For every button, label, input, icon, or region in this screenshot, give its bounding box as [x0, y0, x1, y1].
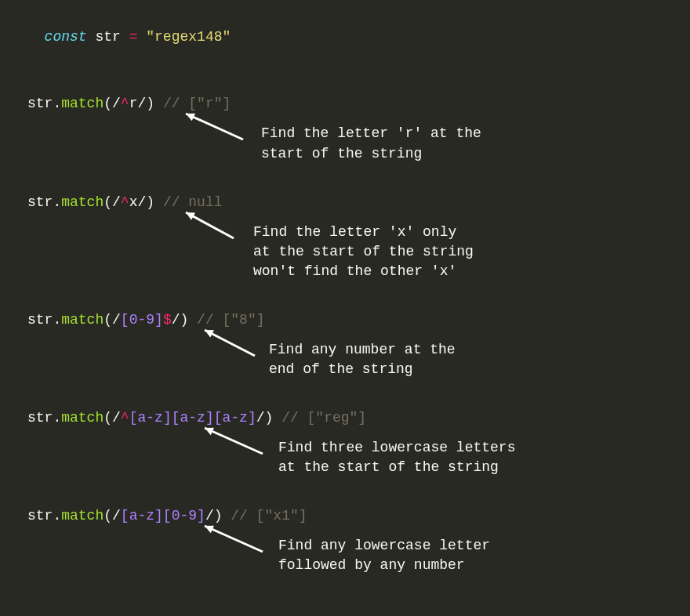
result-comment: // ["x1"] — [223, 508, 307, 524]
method-name: match — [61, 508, 104, 524]
example-block: str.match(/[0-9]$/) // ["8"]Find any num… — [27, 310, 663, 393]
paren-open: ( — [104, 96, 112, 111]
const-declaration: const str = "regex148" — [27, 8, 663, 47]
paren-open: ( — [104, 312, 112, 328]
obj-prefix: str. — [27, 410, 61, 426]
code-line: str.match(/^[a-z][a-z][a-z]/) // ["reg"] — [27, 408, 663, 428]
example-block: str.match(/^r/) // ["r"]Find the letter … — [27, 94, 663, 176]
regex-close: / — [137, 194, 146, 210]
annotation-text: Find the letter 'r' at the start of the … — [261, 124, 481, 163]
example-block: str.match(/^x/) // nullFind the letter '… — [27, 193, 663, 295]
example-block: str.match(/[a-z][0-9]/) // ["x1"]Find an… — [27, 506, 663, 589]
code-line: str.match(/[a-z][0-9]/) // ["x1"] — [27, 506, 663, 526]
regex-char-class: [a-z][a-z][a-z] — [129, 410, 256, 426]
string-literal: "regex148" — [146, 29, 231, 45]
annotation-text: Find any lowercase letter followed by an… — [278, 536, 490, 575]
regex-anchor: ^ — [121, 194, 129, 210]
obj-prefix: str. — [27, 312, 61, 328]
regex-open: / — [112, 312, 121, 328]
result-comment: // ["reg"] — [273, 410, 366, 426]
regex-anchor: ^ — [121, 96, 129, 111]
paren-open: ( — [104, 410, 112, 426]
method-name: match — [61, 410, 104, 426]
regex-close: / — [256, 410, 265, 426]
regex-open: / — [112, 508, 121, 524]
paren-close: ) — [146, 96, 154, 111]
regex-char-class: [0-9] — [121, 312, 163, 328]
method-name: match — [61, 96, 104, 111]
annotation-text: Find any number at the end of the string — [269, 340, 456, 379]
paren-close: ) — [214, 508, 223, 524]
paren-open: ( — [104, 194, 112, 210]
code-line: str.match(/^x/) // null — [27, 193, 663, 212]
result-comment: // ["8"] — [188, 312, 264, 328]
paren-close: ) — [265, 410, 274, 426]
regex-open: / — [112, 410, 121, 426]
space — [137, 29, 146, 45]
var-name: str — [87, 29, 129, 45]
regex-close: / — [205, 508, 214, 524]
example-block: str.match(/^[a-z][a-z][a-z]/) // ["reg"]… — [27, 408, 663, 491]
regex-literal: x — [129, 194, 138, 210]
code-line: str.match(/[0-9]$/) // ["8"] — [27, 310, 663, 330]
equals-op: = — [129, 29, 138, 45]
method-name: match — [61, 312, 104, 328]
paren-close: ) — [146, 194, 154, 210]
paren-open: ( — [104, 508, 112, 524]
keyword-const: const — [45, 29, 87, 45]
obj-prefix: str. — [27, 194, 61, 210]
regex-anchor: ^ — [121, 410, 129, 426]
annotation-text: Find three lowercase letters at the star… — [278, 438, 515, 477]
regex-close: / — [137, 96, 146, 111]
regex-close: / — [172, 312, 180, 328]
result-comment: // ["r"] — [154, 96, 231, 111]
code-line: str.match(/^r/) // ["r"] — [27, 94, 663, 114]
method-name: match — [61, 194, 104, 210]
annotation-text: Find the letter 'x' only at the start of… — [253, 223, 474, 282]
obj-prefix: str. — [27, 508, 61, 524]
result-comment: // null — [154, 194, 222, 210]
regex-open: / — [112, 194, 121, 210]
regex-anchor: $ — [163, 312, 172, 328]
regex-char-class: [a-z][0-9] — [121, 508, 205, 524]
obj-prefix: str. — [27, 96, 61, 111]
paren-close: ) — [180, 312, 189, 328]
regex-literal: r — [129, 96, 138, 111]
regex-open: / — [112, 96, 121, 111]
